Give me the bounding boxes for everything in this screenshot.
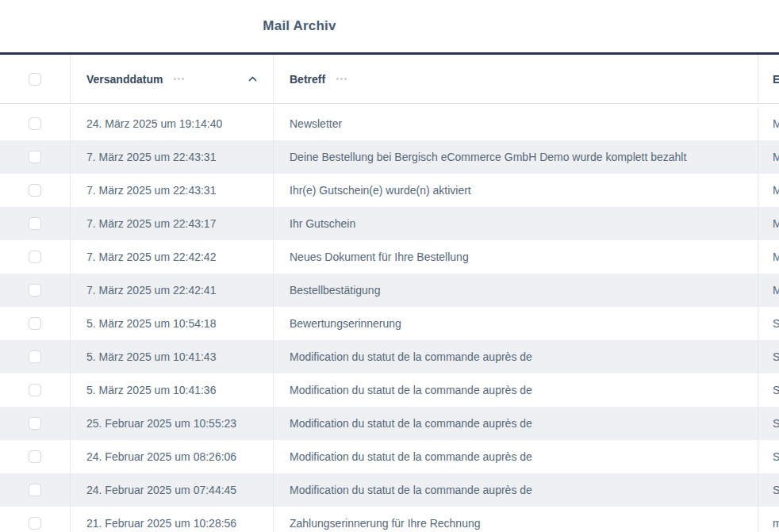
table-row[interactable]: 7. März 2025 um 22:42:42 Neues Dokument … xyxy=(0,240,779,274)
cell-betreff: Ihr(e) Gutschein(e) wurde(n) aktiviert xyxy=(273,174,758,207)
column-label-empfaenger: E xyxy=(773,73,779,86)
cell-versanddatum: 5. März 2025 um 10:41:43 xyxy=(70,340,273,373)
row-checkbox[interactable] xyxy=(29,184,41,197)
table-row[interactable]: 24. Februar 2025 um 08:26:06 Modificatio… xyxy=(0,440,779,473)
table-row[interactable]: 25. Februar 2025 um 10:55:23 Modificatio… xyxy=(0,407,779,440)
cell-versanddatum: 7. März 2025 um 22:43:17 xyxy=(70,207,273,240)
sort-asc-icon[interactable] xyxy=(248,76,257,82)
cell-versanddatum: 7. März 2025 um 22:43:31 xyxy=(70,140,273,174)
row-checkbox[interactable] xyxy=(29,217,41,230)
cell-betreff: Newsletter xyxy=(273,107,758,140)
column-label-versanddatum: Versanddatum xyxy=(86,73,163,86)
row-checkbox[interactable] xyxy=(29,417,41,430)
select-all-checkbox[interactable] xyxy=(29,73,41,86)
cell-select xyxy=(0,140,70,174)
row-checkbox[interactable] xyxy=(29,317,41,330)
table-row[interactable]: 5. März 2025 um 10:54:18 Bewertungserinn… xyxy=(0,307,779,340)
cell-versanddatum: 7. März 2025 um 22:43:31 xyxy=(70,174,273,207)
cell-empfaenger: S xyxy=(758,373,779,407)
cell-select xyxy=(0,473,70,507)
row-checkbox[interactable] xyxy=(29,384,41,396)
cell-versanddatum: 7. März 2025 um 22:42:42 xyxy=(70,240,273,274)
cell-betreff: Modification du statut de la commande au… xyxy=(273,340,758,373)
column-header-betreff[interactable]: Betreff xyxy=(273,55,758,103)
cell-empfaenger: M xyxy=(758,107,779,140)
cell-versanddatum: 24. Februar 2025 um 07:44:45 xyxy=(70,473,273,507)
cell-empfaenger: S xyxy=(758,340,779,373)
cell-betreff: Bestellbestätigung xyxy=(273,274,758,307)
row-checkbox[interactable] xyxy=(29,350,41,363)
table-row[interactable]: 21. Februar 2025 um 10:28:56 Zahlungseri… xyxy=(0,507,779,532)
cell-versanddatum: 24. Februar 2025 um 08:26:06 xyxy=(70,440,273,473)
context-menu-icon[interactable] xyxy=(336,78,347,80)
table-row[interactable]: 7. März 2025 um 22:42:41 Bestellbestätig… xyxy=(0,274,779,307)
column-header-empfaenger[interactable]: E xyxy=(758,55,779,103)
cell-betreff: Ihr Gutschein xyxy=(273,207,758,240)
table-row[interactable]: 24. Februar 2025 um 07:44:45 Modificatio… xyxy=(0,473,779,507)
cell-select xyxy=(0,274,70,307)
cell-empfaenger: S xyxy=(758,440,779,473)
table-row[interactable]: 5. März 2025 um 10:41:43 Modification du… xyxy=(0,340,779,373)
cell-empfaenger: m xyxy=(758,507,779,532)
cell-betreff: Bewertungserinnerung xyxy=(273,307,758,340)
cell-empfaenger: M xyxy=(758,274,779,307)
top-bar: Mail Archiv xyxy=(0,0,779,52)
table-row[interactable]: 7. März 2025 um 22:43:31 Ihr(e) Gutschei… xyxy=(0,174,779,207)
cell-betreff: Modification du statut de la commande au… xyxy=(273,473,758,507)
row-checkbox[interactable] xyxy=(29,284,41,297)
cell-versanddatum: 5. März 2025 um 10:54:18 xyxy=(70,307,273,340)
table-header-row: Versanddatum Betreff E xyxy=(0,55,779,104)
cell-select xyxy=(0,340,70,373)
header-cell-select xyxy=(0,55,70,103)
cell-select xyxy=(0,373,70,407)
row-checkbox[interactable] xyxy=(29,517,41,530)
cell-versanddatum: 5. März 2025 um 10:41:36 xyxy=(70,373,273,407)
cell-select xyxy=(0,440,70,473)
table-row[interactable]: 5. März 2025 um 10:41:36 Modification du… xyxy=(0,373,779,407)
cell-betreff: Zahlungserinnerung für Ihre Rechnung xyxy=(273,507,758,532)
table-body: 24. März 2025 um 19:14:40 Newsletter M 7… xyxy=(0,104,779,532)
cell-empfaenger: S xyxy=(758,307,779,340)
row-checkbox[interactable] xyxy=(29,117,41,130)
cell-select xyxy=(0,507,70,532)
table-row[interactable]: 24. März 2025 um 19:14:40 Newsletter M xyxy=(0,107,779,140)
cell-betreff: Modification du statut de la commande au… xyxy=(273,407,758,440)
row-checkbox[interactable] xyxy=(29,484,41,496)
table-row[interactable]: 7. März 2025 um 22:43:31 Deine Bestellun… xyxy=(0,140,779,174)
cell-versanddatum: 21. Februar 2025 um 10:28:56 xyxy=(70,507,273,532)
cell-betreff: Deine Bestellung bei Bergisch eCommerce … xyxy=(273,140,758,174)
cell-versanddatum: 25. Februar 2025 um 10:55:23 xyxy=(70,407,273,440)
cell-betreff: Modification du statut de la commande au… xyxy=(273,373,758,407)
cell-select xyxy=(0,240,70,274)
cell-versanddatum: 24. März 2025 um 19:14:40 xyxy=(70,107,273,140)
table-row[interactable]: 7. März 2025 um 22:43:17 Ihr Gutschein M xyxy=(0,207,779,240)
cell-select xyxy=(0,107,70,140)
cell-betreff: Neues Dokument für Ihre Bestellung xyxy=(273,240,758,274)
row-checkbox[interactable] xyxy=(29,450,41,463)
context-menu-icon[interactable] xyxy=(174,78,184,80)
cell-versanddatum: 7. März 2025 um 22:42:41 xyxy=(70,274,273,307)
cell-select xyxy=(0,207,70,240)
cell-betreff: Modification du statut de la commande au… xyxy=(273,440,758,473)
row-checkbox[interactable] xyxy=(29,151,41,163)
cell-empfaenger: M xyxy=(758,174,779,207)
cell-empfaenger: M xyxy=(758,240,779,274)
cell-select xyxy=(0,174,70,207)
column-label-betreff: Betreff xyxy=(290,73,325,86)
cell-empfaenger: S xyxy=(758,473,779,507)
page-title: Mail Archiv xyxy=(0,18,599,34)
cell-empfaenger: M xyxy=(758,207,779,240)
cell-select xyxy=(0,307,70,340)
row-checkbox[interactable] xyxy=(29,251,41,263)
cell-empfaenger: M xyxy=(758,140,779,174)
mail-archive-table: Versanddatum Betreff E 24. März 2025 um … xyxy=(0,55,779,532)
cell-empfaenger: S xyxy=(758,407,779,440)
cell-select xyxy=(0,407,70,440)
column-header-versanddatum[interactable]: Versanddatum xyxy=(70,55,273,103)
